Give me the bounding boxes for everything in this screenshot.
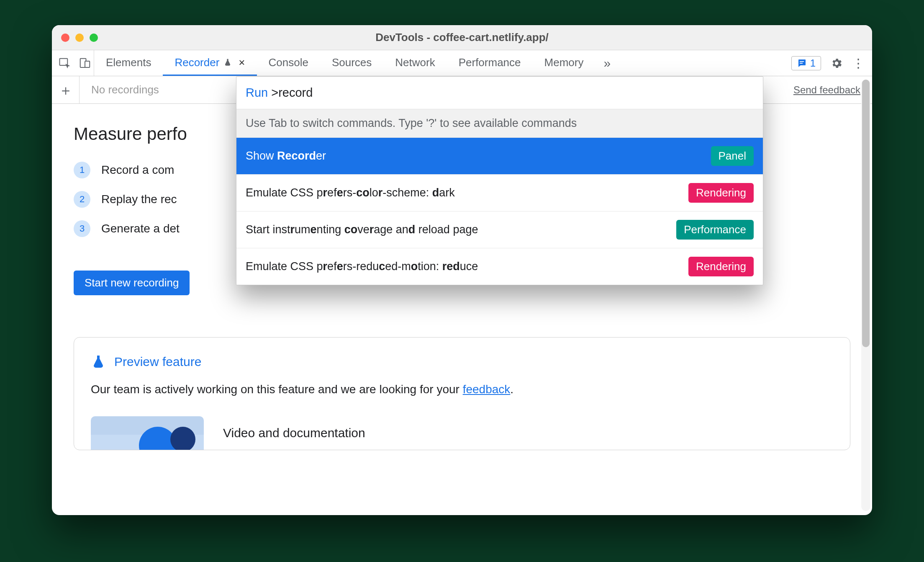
flask-icon	[91, 354, 106, 369]
step-number-icon: 3	[74, 220, 90, 237]
command-item[interactable]: Emulate CSS prefers-color-scheme: darkRe…	[236, 175, 763, 211]
device-toggle-icon[interactable]	[79, 57, 91, 70]
header-right-tools: 1 ⋮	[791, 50, 872, 76]
tab-label: Sources	[332, 56, 372, 69]
step-number-icon: 2	[74, 191, 90, 208]
recordings-dropdown[interactable]: No recordings	[80, 83, 159, 96]
tab-console[interactable]: Console	[257, 50, 320, 76]
media-title: Video and documentation	[223, 426, 365, 440]
inspect-tools	[52, 50, 94, 76]
scrollbar-thumb[interactable]	[862, 80, 870, 347]
devtools-tabstrip: ElementsRecorder×ConsoleSourcesNetworkPe…	[52, 50, 872, 76]
messages-count: 1	[810, 57, 816, 69]
preview-text-before: Our team is actively working on this fea…	[91, 383, 463, 396]
scrollbar[interactable]	[861, 80, 870, 511]
tab-performance[interactable]: Performance	[447, 50, 533, 76]
command-item[interactable]: Show RecorderPanel	[236, 138, 763, 175]
window-title: DevTools - coffee-cart.netlify.app/	[52, 31, 872, 44]
tab-memory[interactable]: Memory	[533, 50, 595, 76]
command-item-badge: Panel	[711, 146, 754, 166]
tab-network[interactable]: Network	[383, 50, 447, 76]
send-feedback-link[interactable]: Send feedback	[793, 84, 860, 96]
preview-media-row: Video and documentation	[91, 416, 833, 450]
svg-rect-3	[800, 61, 804, 62]
svg-rect-4	[800, 63, 803, 64]
step-label: Generate a det	[101, 222, 180, 235]
devtools-window: DevTools - coffee-cart.netlify.app/	[52, 25, 872, 515]
step-number-icon: 1	[74, 162, 90, 178]
preview-feature-text: Our team is actively working on this fea…	[91, 383, 833, 396]
command-prefix: Run	[246, 86, 268, 99]
close-tab-icon[interactable]: ×	[239, 56, 245, 69]
video-thumbnail[interactable]	[91, 416, 204, 450]
command-item-label: Start instrumenting coverage and reload …	[246, 223, 478, 236]
kebab-menu-icon[interactable]: ⋮	[852, 57, 865, 70]
command-item-badge: Rendering	[688, 257, 754, 276]
tab-label: Recorder	[175, 56, 219, 69]
tab-sources[interactable]: Sources	[320, 50, 383, 76]
tab-label: Memory	[544, 56, 584, 69]
command-gt: >	[271, 86, 278, 99]
command-item-label: Emulate CSS prefers-color-scheme: dark	[246, 186, 455, 199]
command-palette: Run >record Use Tab to switch commands. …	[236, 76, 763, 285]
step-label: Replay the rec	[101, 193, 177, 206]
tab-label: Console	[269, 56, 308, 69]
tab-label: Elements	[106, 56, 151, 69]
titlebar: DevTools - coffee-cart.netlify.app/	[52, 25, 872, 50]
command-query: record	[278, 86, 313, 99]
step-label: Record a com	[101, 163, 174, 177]
command-item-label: Emulate CSS prefers-reduced-motion: redu…	[246, 260, 478, 273]
flask-icon	[223, 58, 232, 67]
command-hint: Use Tab to switch commands. Type '?' to …	[236, 109, 763, 138]
command-item[interactable]: Start instrumenting coverage and reload …	[236, 211, 763, 248]
command-input[interactable]: Run >record	[236, 77, 763, 109]
command-item-badge: Performance	[676, 220, 754, 240]
preview-feature-card: Preview feature Our team is actively wor…	[74, 337, 850, 450]
command-item[interactable]: Emulate CSS prefers-reduced-motion: redu…	[236, 248, 763, 285]
preview-text-after: .	[510, 383, 513, 396]
tab-elements[interactable]: Elements	[94, 50, 163, 76]
command-item-badge: Rendering	[688, 183, 754, 203]
svg-rect-2	[85, 61, 90, 67]
messages-button[interactable]: 1	[791, 56, 821, 70]
command-item-label: Show Recorder	[246, 150, 326, 162]
more-tabs-icon[interactable]: »	[595, 50, 619, 76]
preview-feedback-link[interactable]: feedback	[463, 383, 511, 396]
tab-recorder[interactable]: Recorder×	[163, 50, 257, 76]
inspect-element-icon[interactable]	[59, 57, 71, 70]
preview-feature-title: Preview feature	[114, 355, 201, 369]
settings-icon[interactable]	[830, 57, 843, 70]
tab-label: Network	[395, 56, 435, 69]
new-recording-icon[interactable]: ＋	[52, 76, 80, 104]
start-recording-button[interactable]: Start new recording	[74, 271, 190, 295]
tab-label: Performance	[459, 56, 521, 69]
